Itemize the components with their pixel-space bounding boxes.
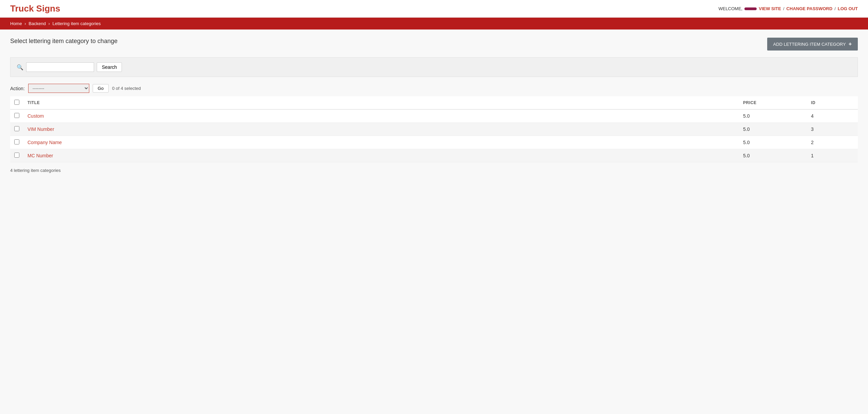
table-footer: 4 lettering item categories xyxy=(10,168,858,173)
view-site-link[interactable]: VIEW SITE xyxy=(759,6,781,11)
table-header: TITLE PRICE ID xyxy=(10,96,858,110)
row-id-cell: 4 xyxy=(807,110,858,123)
site-logo[interactable]: Truck Signs xyxy=(10,3,60,14)
search-icon: 🔍 xyxy=(17,64,23,71)
search-button[interactable]: Search xyxy=(97,62,122,72)
action-label: Action: xyxy=(10,86,25,91)
top-row: Select lettering item category to change… xyxy=(10,38,858,51)
data-table: TITLE PRICE ID Custom 5.0 4 VIM Number 5… xyxy=(10,96,858,162)
table-row: Custom 5.0 4 xyxy=(10,110,858,123)
row-price-cell: 5.0 xyxy=(739,136,807,149)
search-section: 🔍 Search xyxy=(10,57,858,77)
col-header-price[interactable]: PRICE xyxy=(739,96,807,110)
row-title-link[interactable]: Company Name xyxy=(27,140,62,145)
table-body: Custom 5.0 4 VIM Number 5.0 3 Company Na… xyxy=(10,110,858,162)
row-checkbox-cell xyxy=(10,110,23,123)
user-pill xyxy=(744,7,757,10)
table-row: Company Name 5.0 2 xyxy=(10,136,858,149)
search-input[interactable] xyxy=(26,62,94,72)
row-checkbox-cell xyxy=(10,149,23,162)
row-id-cell: 2 xyxy=(807,136,858,149)
sep-1: / xyxy=(783,6,784,11)
row-price-cell: 5.0 xyxy=(739,123,807,136)
row-title-cell: Company Name xyxy=(23,136,739,149)
row-title-link[interactable]: MC Number xyxy=(27,153,53,158)
table-row: MC Number 5.0 1 xyxy=(10,149,858,162)
action-row: Action: -------- Go 0 of 4 selected xyxy=(10,84,858,93)
breadcrumb-home[interactable]: Home xyxy=(10,21,22,26)
add-button-label: ADD LETTERING ITEM CATEGORY xyxy=(773,42,846,47)
row-checkbox[interactable] xyxy=(14,113,19,118)
row-title-link[interactable]: Custom xyxy=(27,113,44,119)
select-all-checkbox[interactable] xyxy=(14,100,19,105)
row-checkbox-cell xyxy=(10,136,23,149)
go-button[interactable]: Go xyxy=(93,84,109,93)
header-navigation: WELCOME, VIEW SITE / CHANGE PASSWORD / L… xyxy=(718,6,858,11)
log-out-link[interactable]: LOG OUT xyxy=(838,6,858,11)
row-price-cell: 5.0 xyxy=(739,149,807,162)
selected-count: 0 of 4 selected xyxy=(112,86,141,91)
breadcrumb-current: Lettering item categories xyxy=(52,21,100,26)
breadcrumb-backend[interactable]: Backend xyxy=(29,21,46,26)
main-content: Select lettering item category to change… xyxy=(0,29,868,181)
row-checkbox[interactable] xyxy=(14,139,19,144)
welcome-text: WELCOME, xyxy=(718,6,742,11)
header: Truck Signs WELCOME, VIEW SITE / CHANGE … xyxy=(0,0,868,18)
breadcrumb-bar: Home › Backend › Lettering item categori… xyxy=(0,18,868,29)
row-id-cell: 3 xyxy=(807,123,858,136)
row-title-link[interactable]: VIM Number xyxy=(27,126,54,132)
row-id-cell: 1 xyxy=(807,149,858,162)
row-checkbox[interactable] xyxy=(14,126,19,131)
breadcrumb-sep-2: › xyxy=(48,21,51,26)
action-select[interactable]: -------- xyxy=(28,84,89,93)
row-checkbox[interactable] xyxy=(14,153,19,158)
col-header-id[interactable]: ID xyxy=(807,96,858,110)
row-price-cell: 5.0 xyxy=(739,110,807,123)
breadcrumb-sep-1: › xyxy=(24,21,27,26)
table-row: VIM Number 5.0 3 xyxy=(10,123,858,136)
row-title-cell: MC Number xyxy=(23,149,739,162)
row-title-cell: Custom xyxy=(23,110,739,123)
add-lettering-item-category-button[interactable]: ADD LETTERING ITEM CATEGORY + xyxy=(767,38,858,51)
sep-2: / xyxy=(834,6,836,11)
row-checkbox-cell xyxy=(10,123,23,136)
col-header-title[interactable]: TITLE xyxy=(23,96,739,110)
page-title: Select lettering item category to change xyxy=(10,38,117,45)
plus-icon: + xyxy=(849,41,852,47)
change-password-link[interactable]: CHANGE PASSWORD xyxy=(787,6,833,11)
col-header-checkbox xyxy=(10,96,23,110)
row-title-cell: VIM Number xyxy=(23,123,739,136)
